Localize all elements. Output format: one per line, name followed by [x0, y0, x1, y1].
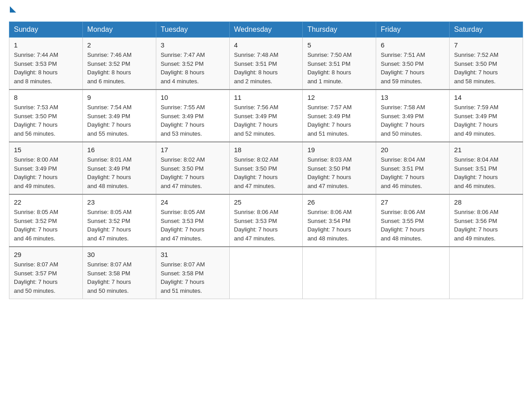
calendar-cell: 5Sunrise: 7:50 AMSunset: 3:51 PMDaylight… — [303, 38, 376, 90]
calendar-cell: 27Sunrise: 8:06 AMSunset: 3:55 PMDayligh… — [376, 194, 450, 247]
calendar-cell: 30Sunrise: 8:07 AMSunset: 3:58 PMDayligh… — [82, 247, 156, 299]
calendar-cell: 18Sunrise: 8:02 AMSunset: 3:50 PMDayligh… — [229, 142, 303, 194]
day-number: 28 — [454, 198, 518, 206]
calendar-cell — [229, 247, 303, 299]
day-number: 15 — [14, 146, 78, 154]
day-number: 30 — [87, 251, 151, 258]
day-info: Sunrise: 8:05 AMSunset: 3:52 PMDaylight:… — [14, 208, 78, 243]
calendar-table: SundayMondayTuesdayWednesdayThursdayFrid… — [9, 21, 523, 299]
calendar-cell — [376, 247, 450, 299]
week-row-4: 22Sunrise: 8:05 AMSunset: 3:52 PMDayligh… — [9, 194, 523, 247]
day-number: 27 — [381, 198, 445, 206]
day-info: Sunrise: 7:51 AMSunset: 3:50 PMDaylight:… — [381, 51, 445, 86]
day-info: Sunrise: 8:06 AMSunset: 3:56 PMDaylight:… — [454, 208, 518, 243]
calendar-cell: 15Sunrise: 8:00 AMSunset: 3:49 PMDayligh… — [9, 142, 83, 194]
week-row-3: 15Sunrise: 8:00 AMSunset: 3:49 PMDayligh… — [9, 142, 523, 194]
day-info: Sunrise: 8:02 AMSunset: 3:50 PMDaylight:… — [161, 155, 225, 190]
calendar-cell: 17Sunrise: 8:02 AMSunset: 3:50 PMDayligh… — [156, 142, 229, 194]
day-info: Sunrise: 8:07 AMSunset: 3:58 PMDaylight:… — [161, 260, 225, 295]
day-info: Sunrise: 7:52 AMSunset: 3:50 PMDaylight:… — [454, 51, 518, 86]
calendar-cell: 31Sunrise: 8:07 AMSunset: 3:58 PMDayligh… — [156, 247, 229, 299]
day-number: 18 — [234, 146, 298, 154]
day-number: 3 — [161, 41, 225, 49]
calendar-cell: 4Sunrise: 7:48 AMSunset: 3:51 PMDaylight… — [229, 38, 303, 90]
day-number: 19 — [307, 146, 371, 154]
day-info: Sunrise: 8:03 AMSunset: 3:50 PMDaylight:… — [307, 155, 371, 190]
day-info: Sunrise: 8:04 AMSunset: 3:51 PMDaylight:… — [454, 155, 518, 190]
calendar-cell: 29Sunrise: 8:07 AMSunset: 3:57 PMDayligh… — [9, 247, 83, 299]
calendar-cell: 20Sunrise: 8:04 AMSunset: 3:51 PMDayligh… — [376, 142, 450, 194]
day-info: Sunrise: 7:54 AMSunset: 3:49 PMDaylight:… — [87, 103, 151, 138]
day-info: Sunrise: 7:58 AMSunset: 3:49 PMDaylight:… — [381, 103, 445, 138]
week-row-5: 29Sunrise: 8:07 AMSunset: 3:57 PMDayligh… — [9, 247, 523, 299]
week-row-2: 8Sunrise: 7:53 AMSunset: 3:50 PMDaylight… — [9, 90, 523, 142]
day-number: 31 — [161, 251, 225, 258]
logo — [9, 9, 16, 14]
day-number: 12 — [307, 94, 371, 101]
day-number: 13 — [381, 94, 445, 101]
calendar-cell: 23Sunrise: 8:05 AMSunset: 3:52 PMDayligh… — [82, 194, 156, 247]
calendar-cell: 28Sunrise: 8:06 AMSunset: 3:56 PMDayligh… — [450, 194, 523, 247]
calendar-cell: 14Sunrise: 7:59 AMSunset: 3:49 PMDayligh… — [450, 90, 523, 142]
day-info: Sunrise: 7:56 AMSunset: 3:49 PMDaylight:… — [234, 103, 298, 138]
day-number: 5 — [307, 41, 371, 49]
calendar-cell: 10Sunrise: 7:55 AMSunset: 3:49 PMDayligh… — [156, 90, 229, 142]
calendar-cell: 21Sunrise: 8:04 AMSunset: 3:51 PMDayligh… — [450, 142, 523, 194]
calendar-cell: 25Sunrise: 8:06 AMSunset: 3:53 PMDayligh… — [229, 194, 303, 247]
day-number: 8 — [14, 94, 78, 101]
day-info: Sunrise: 8:06 AMSunset: 3:55 PMDaylight:… — [381, 208, 445, 243]
day-number: 29 — [14, 251, 78, 258]
day-info: Sunrise: 7:44 AMSunset: 3:53 PMDaylight:… — [14, 51, 78, 86]
day-number: 23 — [87, 198, 151, 206]
day-number: 10 — [161, 94, 225, 101]
day-info: Sunrise: 8:05 AMSunset: 3:52 PMDaylight:… — [87, 208, 151, 243]
calendar-cell: 13Sunrise: 7:58 AMSunset: 3:49 PMDayligh… — [376, 90, 450, 142]
calendar-header-saturday: Saturday — [450, 22, 523, 38]
calendar-cell: 12Sunrise: 7:57 AMSunset: 3:49 PMDayligh… — [303, 90, 376, 142]
calendar-cell: 6Sunrise: 7:51 AMSunset: 3:50 PMDaylight… — [376, 38, 450, 90]
day-info: Sunrise: 8:07 AMSunset: 3:57 PMDaylight:… — [14, 260, 78, 295]
day-info: Sunrise: 7:47 AMSunset: 3:52 PMDaylight:… — [161, 51, 225, 86]
calendar-header-friday: Friday — [376, 22, 450, 38]
day-info: Sunrise: 8:04 AMSunset: 3:51 PMDaylight:… — [381, 155, 445, 190]
day-number: 11 — [234, 94, 298, 101]
day-info: Sunrise: 7:50 AMSunset: 3:51 PMDaylight:… — [307, 51, 371, 86]
calendar-cell: 22Sunrise: 8:05 AMSunset: 3:52 PMDayligh… — [9, 194, 83, 247]
logo-arrow-icon — [10, 6, 16, 13]
day-info: Sunrise: 8:02 AMSunset: 3:50 PMDaylight:… — [234, 155, 298, 190]
day-info: Sunrise: 8:05 AMSunset: 3:53 PMDaylight:… — [161, 208, 225, 243]
day-number: 16 — [87, 146, 151, 154]
day-info: Sunrise: 8:06 AMSunset: 3:53 PMDaylight:… — [234, 208, 298, 243]
calendar-header-sunday: Sunday — [9, 22, 83, 38]
calendar-cell: 19Sunrise: 8:03 AMSunset: 3:50 PMDayligh… — [303, 142, 376, 194]
calendar-cell: 2Sunrise: 7:46 AMSunset: 3:52 PMDaylight… — [82, 38, 156, 90]
day-number: 25 — [234, 198, 298, 206]
calendar-cell: 24Sunrise: 8:05 AMSunset: 3:53 PMDayligh… — [156, 194, 229, 247]
day-number: 4 — [234, 41, 298, 49]
day-number: 17 — [161, 146, 225, 154]
calendar-cell — [303, 247, 376, 299]
calendar-header-monday: Monday — [82, 22, 156, 38]
day-number: 20 — [381, 146, 445, 154]
calendar-cell: 9Sunrise: 7:54 AMSunset: 3:49 PMDaylight… — [82, 90, 156, 142]
day-info: Sunrise: 8:07 AMSunset: 3:58 PMDaylight:… — [87, 260, 151, 295]
day-info: Sunrise: 8:00 AMSunset: 3:49 PMDaylight:… — [14, 155, 78, 190]
calendar-header-row: SundayMondayTuesdayWednesdayThursdayFrid… — [9, 22, 523, 38]
day-number: 1 — [14, 41, 78, 49]
day-info: Sunrise: 7:53 AMSunset: 3:50 PMDaylight:… — [14, 103, 78, 138]
calendar-cell: 1Sunrise: 7:44 AMSunset: 3:53 PMDaylight… — [9, 38, 83, 90]
calendar-cell: 3Sunrise: 7:47 AMSunset: 3:52 PMDaylight… — [156, 38, 229, 90]
day-info: Sunrise: 7:46 AMSunset: 3:52 PMDaylight:… — [87, 51, 151, 86]
day-info: Sunrise: 7:57 AMSunset: 3:49 PMDaylight:… — [307, 103, 371, 138]
day-number: 6 — [381, 41, 445, 49]
calendar-cell: 26Sunrise: 8:06 AMSunset: 3:54 PMDayligh… — [303, 194, 376, 247]
day-number: 7 — [454, 41, 518, 49]
day-number: 14 — [454, 94, 518, 101]
day-number: 9 — [87, 94, 151, 101]
day-info: Sunrise: 7:59 AMSunset: 3:49 PMDaylight:… — [454, 103, 518, 138]
calendar-cell: 11Sunrise: 7:56 AMSunset: 3:49 PMDayligh… — [229, 90, 303, 142]
calendar-header-thursday: Thursday — [303, 22, 376, 38]
day-info: Sunrise: 8:06 AMSunset: 3:54 PMDaylight:… — [307, 208, 371, 243]
day-number: 22 — [14, 198, 78, 206]
calendar-cell: 8Sunrise: 7:53 AMSunset: 3:50 PMDaylight… — [9, 90, 83, 142]
